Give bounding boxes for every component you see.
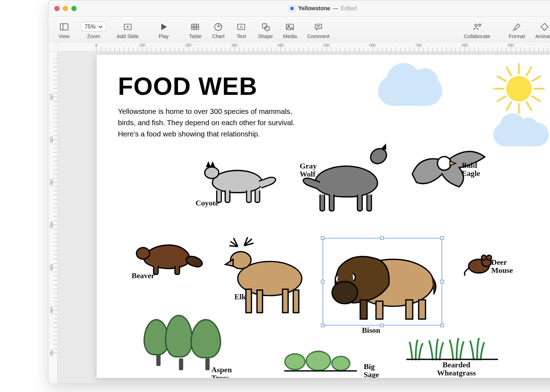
- wheatgrass-label[interactable]: Bearded Wheatgrass: [437, 361, 476, 377]
- animate-button[interactable]: Animate: [530, 22, 550, 39]
- titlebar: Yellowstone — Edited: [48, 0, 550, 17]
- image-icon: [284, 22, 296, 32]
- table-button[interactable]: Table: [184, 22, 207, 39]
- svg-rect-33: [293, 290, 299, 313]
- coyote-graphic[interactable]: [212, 170, 263, 194]
- app-icon: [289, 5, 295, 12]
- resize-handle-se[interactable]: [440, 324, 444, 327]
- window-title: Yellowstone — Edited: [48, 5, 550, 12]
- zoom-value-label: 75%: [85, 24, 96, 30]
- svg-rect-31: [257, 290, 263, 313]
- comment-button[interactable]: Comment: [302, 22, 335, 39]
- collaborate-icon: [471, 22, 483, 32]
- svg-text:A: A: [240, 25, 243, 30]
- selection-outline[interactable]: [323, 238, 442, 325]
- cloud-graphic[interactable]: [493, 123, 549, 146]
- aspen-label[interactable]: Aspen Trees: [211, 366, 232, 378]
- resize-handle-sw[interactable]: [321, 324, 324, 327]
- text-button[interactable]: A Text: [230, 22, 253, 39]
- resize-handle-nw[interactable]: [321, 236, 324, 240]
- format-button[interactable]: Format: [504, 22, 530, 39]
- svg-line-23: [481, 24, 481, 24]
- resize-handle-ne[interactable]: [440, 236, 444, 240]
- sidebar-icon: [58, 22, 70, 32]
- resize-handle-w[interactable]: [321, 280, 324, 283]
- app-window: Yellowstone — Edited View 75% Zoom Add S…: [48, 0, 550, 384]
- vertical-ruler[interactable]: 100200300400500600700: [48, 51, 58, 383]
- elk-graphic[interactable]: [223, 234, 317, 321]
- deer-mouse-label[interactable]: Deer Mouse: [491, 258, 513, 275]
- sage-graphic[interactable]: [306, 351, 331, 371]
- collaborate-button[interactable]: Collaborate: [459, 22, 495, 39]
- beaver-label[interactable]: Beaver: [132, 271, 154, 280]
- svg-rect-30: [246, 289, 251, 313]
- document-name: Yellowstone: [298, 5, 330, 12]
- play-button[interactable]: Play: [152, 22, 175, 39]
- svg-rect-6: [192, 24, 199, 30]
- svg-rect-0: [60, 24, 68, 30]
- pie-chart-icon: [212, 22, 224, 32]
- chart-button[interactable]: Chart: [207, 22, 230, 39]
- coyote-label[interactable]: Coyote: [196, 199, 219, 208]
- toolbar: View 75% Zoom Add Slide Play Table Chart: [48, 17, 550, 42]
- slide-title[interactable]: FOOD WEB: [118, 72, 548, 100]
- svg-rect-16: [287, 24, 294, 30]
- svg-rect-32: [283, 289, 288, 313]
- svg-point-42: [481, 255, 487, 261]
- svg-point-20: [475, 24, 477, 26]
- slide[interactable]: FOOD WEB Yellowstone is home to over 300…: [96, 54, 550, 379]
- svg-marker-24: [541, 23, 548, 30]
- media-button[interactable]: Media: [278, 22, 302, 39]
- view-button[interactable]: View: [53, 22, 75, 39]
- add-slide-button[interactable]: Add Slide: [111, 22, 143, 39]
- bald-eagle-label[interactable]: Bald Eagle: [462, 161, 480, 177]
- table-icon: [189, 22, 201, 32]
- horizontal-ruler[interactable]: 01002003004005006007008009001000: [58, 42, 550, 52]
- chevron-down-icon: [98, 25, 103, 29]
- paintbrush-icon: [511, 22, 523, 32]
- play-icon: [158, 22, 170, 32]
- cloud-graphic[interactable]: [378, 76, 442, 106]
- svg-point-15: [265, 26, 269, 31]
- elk-label[interactable]: Elk: [234, 293, 246, 301]
- resize-handle-e[interactable]: [440, 280, 444, 283]
- zoom-value-control[interactable]: 75%: [81, 22, 106, 32]
- sun-graphic[interactable]: [493, 63, 544, 114]
- resize-handle-s[interactable]: [380, 324, 384, 327]
- resize-handle-n[interactable]: [380, 236, 384, 240]
- sage-graphic[interactable]: [331, 356, 350, 371]
- comment-icon: [312, 22, 324, 32]
- zoom-dropdown[interactable]: 75% Zoom: [76, 22, 112, 39]
- svg-point-27: [438, 157, 451, 170]
- big-sage-label[interactable]: Big Sage: [363, 363, 379, 378]
- shape-button[interactable]: Shape: [253, 22, 278, 39]
- aspen-graphic[interactable]: [190, 319, 225, 370]
- svg-marker-5: [162, 24, 166, 30]
- slide-body-text[interactable]: Yellowstone is home to over 300 species …: [118, 106, 305, 140]
- svg-point-21: [478, 24, 481, 26]
- shape-icon: [259, 22, 271, 32]
- plus-square-icon: [122, 22, 134, 32]
- gray-wolf-graphic[interactable]: [314, 165, 378, 197]
- svg-rect-14: [262, 24, 267, 28]
- diamond-icon: [539, 22, 550, 32]
- document-status: Edited: [341, 5, 357, 12]
- ruler-corner: [48, 42, 58, 52]
- workspace: 100200300400500600700 010020030040050060…: [48, 42, 550, 384]
- gray-wolf-label[interactable]: Gray Wolf: [300, 162, 317, 178]
- textbox-icon: A: [236, 22, 248, 32]
- beaver-graphic[interactable]: [143, 244, 190, 269]
- sage-graphic[interactable]: [284, 353, 306, 370]
- canvas-area[interactable]: FOOD WEB Yellowstone is home to over 300…: [58, 51, 550, 383]
- bison-label[interactable]: Bison: [362, 326, 380, 335]
